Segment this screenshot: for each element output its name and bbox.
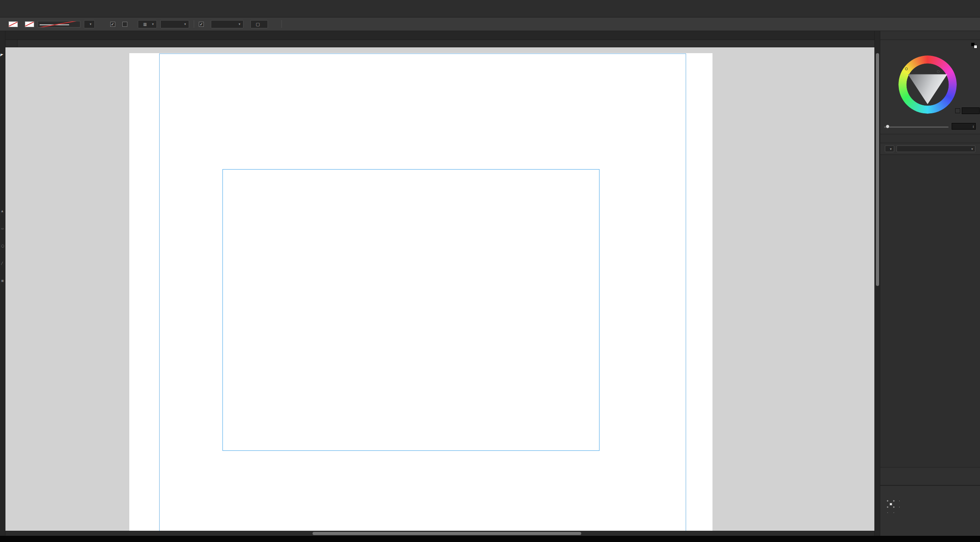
- curves-icon: ▢: [254, 20, 262, 28]
- main-row: ◤ ▲ ▭ ◯ ╱ ▦: [0, 31, 980, 536]
- layers-empty-area: [880, 155, 980, 467]
- chevron-down-icon: ▾: [90, 22, 92, 26]
- corner-settings-gear-icon[interactable]: [98, 20, 107, 28]
- opacity-slider-knob[interactable]: [886, 125, 890, 128]
- angle-value-dropdown[interactable]: ▾: [160, 20, 189, 28]
- blend-mode-dropdown[interactable]: ▾: [897, 145, 975, 152]
- document-tab-bar: [5, 31, 874, 40]
- move-tool-icon[interactable]: ◤: [0, 53, 3, 57]
- angle-mode-dropdown[interactable]: ▥▾: [138, 20, 157, 28]
- pen-tool-icon[interactable]: ╱: [1, 262, 3, 265]
- transform-panel: [880, 485, 980, 536]
- hex-value-field[interactable]: [962, 107, 980, 114]
- stroke-swatch[interactable]: [25, 21, 34, 27]
- absolute-sizes-checkbox[interactable]: [122, 22, 127, 27]
- shade-indicator[interactable]: [937, 70, 940, 73]
- color-panel: ▴▾: [880, 40, 980, 134]
- auto-select-checkbox[interactable]: ✓: [199, 22, 204, 27]
- angle-mode-icon: ▥: [141, 20, 149, 28]
- chevron-down-icon: ▾: [971, 147, 973, 151]
- hue-indicator[interactable]: [905, 68, 908, 70]
- chevron-down-icon: ▾: [890, 147, 892, 151]
- transform-panel-tabs: [880, 476, 980, 485]
- separator: [194, 20, 194, 28]
- current-color-swatch: [955, 108, 960, 113]
- horizontal-scrollbar-thumb[interactable]: [313, 532, 581, 535]
- convert-to-curves-button[interactable]: ▢: [250, 20, 268, 28]
- rectangle-tool-icon[interactable]: ▭: [1, 227, 4, 230]
- stroke-style-dropdown[interactable]: ▾: [84, 20, 95, 28]
- opacity-slider[interactable]: [884, 126, 949, 128]
- stepper-arrows-icon[interactable]: ▴▾: [973, 125, 974, 128]
- chevron-down-icon: ▾: [184, 22, 186, 26]
- canvas-viewport[interactable]: [5, 47, 874, 536]
- single-radius-checkbox[interactable]: ✓: [110, 22, 115, 27]
- opacity-value-field[interactable]: ▴▾: [952, 123, 976, 130]
- fill-swatch[interactable]: [9, 21, 18, 27]
- color-panel-tabs: [880, 31, 980, 40]
- node-tool-icon[interactable]: ▲: [1, 210, 3, 213]
- right-panel: ▴▾ ▾ ▾: [880, 31, 980, 536]
- auto-select-dropdown[interactable]: ▾: [211, 20, 243, 28]
- grid-tool-icon[interactable]: ▦: [1, 279, 4, 282]
- layers-footer-toolbar: [880, 467, 980, 476]
- vertical-scrollbar-thumb[interactable]: [876, 53, 879, 286]
- layer-blend-row: ▾ ▾: [880, 143, 980, 155]
- layer-opacity-dropdown[interactable]: ▾: [885, 145, 894, 152]
- stroke-width-preview[interactable]: [38, 21, 80, 28]
- affinity-designer-window: ▾ ✓ ▥▾ ▾ ✓ ▾ ▢ ◤ ▲ ▭: [0, 0, 980, 542]
- vertical-scrollbar[interactable]: [874, 31, 880, 536]
- status-bar: [0, 536, 980, 542]
- chevron-down-icon: ▾: [239, 22, 241, 26]
- map-artwork[interactable]: [222, 169, 599, 451]
- top-toolbar: [0, 0, 980, 17]
- tools-panel: ◤ ▲ ▭ ◯ ╱ ▦: [0, 31, 5, 536]
- center-column: [5, 31, 874, 536]
- chevron-down-icon: ▾: [152, 22, 154, 26]
- ellipse-tool-icon[interactable]: ◯: [1, 244, 4, 248]
- layers-panel-tabs: [880, 134, 980, 143]
- separator: [281, 20, 282, 28]
- transform-anchor-center[interactable]: [890, 503, 892, 506]
- horizontal-scrollbar[interactable]: [5, 531, 874, 536]
- context-toolbar: ▾ ✓ ▥▾ ▾ ✓ ▾ ▢: [0, 17, 980, 31]
- secondary-color-swatch[interactable]: [974, 45, 977, 48]
- ruler-corner: [5, 40, 17, 47]
- ruler-ticks: [17, 40, 874, 47]
- horizontal-ruler: [5, 40, 874, 47]
- color-wheel[interactable]: [898, 55, 957, 114]
